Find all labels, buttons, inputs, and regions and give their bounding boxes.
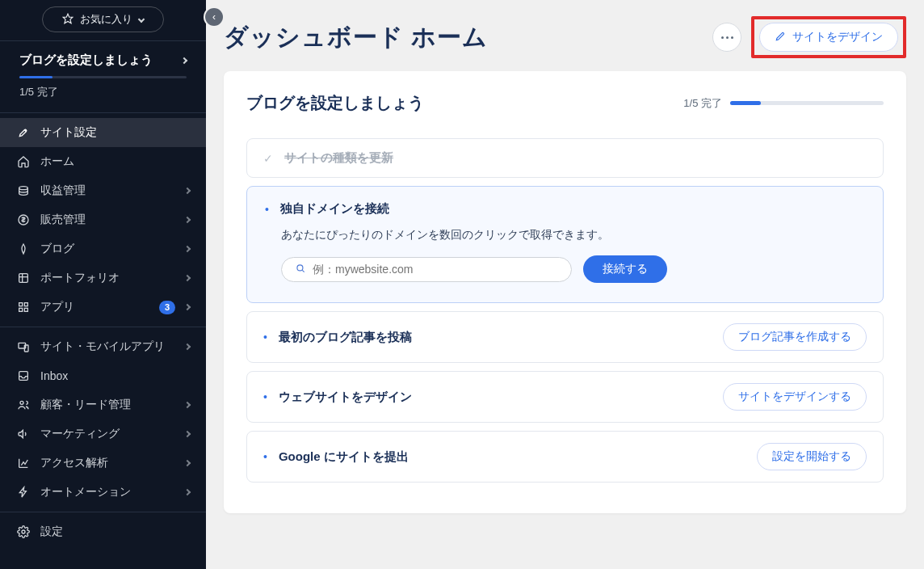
svg-rect-4 — [19, 303, 23, 306]
svg-rect-6 — [19, 308, 23, 311]
design-site-label: サイトをデザイン — [792, 30, 883, 44]
sidebar-item-inbox[interactable]: Inbox — [0, 361, 206, 390]
apps-badge: 3 — [159, 301, 175, 314]
favorites-label: お気に入り — [80, 12, 132, 27]
chevron-down-icon — [138, 16, 145, 23]
bullet-icon: • — [265, 203, 269, 216]
sidebar-item-label: Inbox — [40, 369, 190, 382]
setup-step-first-post[interactable]: • 最初のブログ記事を投稿 ブログ記事を作成する — [246, 311, 884, 363]
sidebar-progress-bar — [19, 76, 52, 78]
sidebar-item-label: アプリ — [40, 300, 149, 314]
coins-icon — [16, 183, 31, 198]
sidebar-item-label: マーケティング — [40, 427, 175, 441]
chevron-right-icon — [184, 431, 191, 437]
step-title: ウェブサイトをデザイン — [279, 390, 412, 405]
devices-icon — [16, 339, 31, 354]
sidebar-progress — [19, 76, 187, 78]
step-title: 独自ドメインを接続 — [280, 201, 389, 217]
bullet-icon: • — [263, 390, 267, 403]
sidebar-item-customers[interactable]: 顧客・リード管理 — [0, 390, 206, 419]
sidebar-item-label: ブログ — [40, 242, 175, 256]
sidebar-item-label: ホーム — [40, 154, 190, 169]
sidebar-item-settings[interactable]: 設定 — [0, 517, 206, 546]
more-actions-button[interactable] — [712, 23, 741, 52]
create-blog-post-button[interactable]: ブログ記事を作成する — [723, 323, 867, 351]
rocket-icon — [16, 125, 31, 140]
sidebar-item-monetization[interactable]: 収益管理 — [0, 176, 206, 205]
apps-icon — [16, 300, 31, 314]
main-area: ダッシュボード ホーム サイトをデザイン ブログを設定しましょう 1/5 完了 … — [206, 0, 924, 569]
step-title: サイトの種類を更新 — [284, 150, 393, 166]
sidebar-item-apps[interactable]: アプリ 3 — [0, 293, 206, 322]
svg-point-12 — [297, 264, 303, 270]
start-google-setup-button[interactable]: 設定を開始する — [757, 443, 867, 470]
setup-step-done[interactable]: ✓ サイトの種類を更新 — [246, 138, 884, 178]
sidebar-item-label: 設定 — [40, 525, 190, 539]
setup-step-google[interactable]: • Google にサイトを提出 設定を開始する — [246, 431, 884, 483]
design-site-button[interactable]: サイトをデザイン — [759, 23, 898, 52]
setup-card: ブログを設定しましょう 1/5 完了 ✓ サイトの種類を更新 • 独自ドメインを… — [224, 71, 906, 513]
svg-point-1 — [19, 187, 28, 190]
step-description: あなたにぴったりのドメインを数回のクリックで取得できます。 — [281, 228, 865, 242]
chevron-right-icon — [184, 275, 191, 281]
svg-marker-0 — [63, 14, 73, 23]
sidebar-item-label: オートメーション — [40, 485, 175, 499]
sidebar-item-label: アクセス解析 — [40, 456, 175, 470]
sidebar-item-analytics[interactable]: アクセス解析 — [0, 449, 206, 478]
svg-point-10 — [20, 401, 23, 404]
domain-input-wrap[interactable] — [281, 257, 572, 282]
highlight-box: サイトをデザイン — [751, 16, 906, 58]
sidebar-item-site-mobile[interactable]: サイト・モバイルアプリ — [0, 332, 206, 361]
sidebar-item-label: ポートフォリオ — [40, 271, 175, 285]
sidebar-item-label: 収益管理 — [40, 183, 175, 198]
sidebar-item-label: 販売管理 — [40, 213, 175, 227]
connect-domain-button[interactable]: 接続する — [583, 255, 667, 283]
sidebar-item-label: サイト・モバイルアプリ — [40, 339, 175, 354]
star-icon — [62, 13, 74, 27]
sidebar-item-sales[interactable]: 販売管理 — [0, 205, 206, 234]
bullet-icon: • — [263, 450, 267, 463]
sidebar-item-label: サイト設定 — [40, 125, 190, 140]
sidebar-setup-row[interactable]: ブログを設定しましょう — [0, 41, 206, 76]
grid-icon — [16, 271, 31, 285]
svg-rect-3 — [19, 274, 28, 283]
sidebar-item-label: 顧客・リード管理 — [40, 398, 175, 412]
sidebar-nav: サイト設定 ホーム 収益管理 販売管理 ブログ ポートフォリオ アプ — [0, 113, 206, 569]
inbox-icon — [16, 369, 31, 383]
domain-input[interactable] — [313, 263, 558, 276]
page-title: ダッシュボード ホーム — [224, 21, 703, 54]
chevron-right-icon — [184, 402, 191, 408]
sidebar: お気に入り ブログを設定しましょう 1/5 完了 サイト設定 ホーム 収益管理 … — [0, 0, 206, 569]
chevron-right-icon — [184, 217, 191, 223]
sidebar-item-blog[interactable]: ブログ — [0, 234, 206, 263]
search-icon — [295, 263, 306, 276]
step-title: 最初のブログ記事を投稿 — [279, 330, 412, 345]
sidebar-progress-label: 1/5 完了 — [0, 78, 206, 112]
sidebar-setup-title: ブログを設定しましょう — [19, 53, 153, 68]
dollar-icon — [16, 213, 31, 227]
svg-rect-5 — [24, 303, 27, 306]
chevron-right-icon — [181, 57, 187, 63]
chevron-right-icon — [184, 246, 191, 252]
card-progress-bar — [730, 101, 761, 105]
setup-step-design[interactable]: • ウェブサイトをデザイン サイトをデザインする — [246, 371, 884, 423]
chevron-right-icon — [184, 344, 191, 350]
check-icon: ✓ — [263, 152, 273, 165]
sidebar-item-automation[interactable]: オートメーション — [0, 478, 206, 507]
chevron-right-icon — [184, 304, 191, 310]
megaphone-icon — [16, 427, 31, 441]
setup-step-domain: • 独自ドメインを接続 あなたにぴったりのドメインを数回のクリックで取得できます… — [246, 186, 884, 303]
favorites-button[interactable]: お気に入り — [42, 6, 164, 32]
design-site-action-button[interactable]: サイトをデザインする — [723, 383, 867, 411]
sidebar-item-marketing[interactable]: マーケティング — [0, 419, 206, 449]
page-header: ダッシュボード ホーム サイトをデザイン — [206, 0, 924, 71]
chevron-right-icon — [184, 489, 191, 495]
users-icon — [16, 398, 31, 412]
sidebar-collapse-button[interactable]: ‹ — [205, 8, 223, 26]
sidebar-item-site-settings[interactable]: サイト設定 — [0, 118, 206, 147]
bolt-icon — [16, 485, 31, 499]
sidebar-item-home[interactable]: ホーム — [0, 147, 206, 176]
pen-icon — [16, 242, 31, 256]
sidebar-item-portfolio[interactable]: ポートフォリオ — [0, 263, 206, 293]
bullet-icon: • — [263, 331, 267, 344]
